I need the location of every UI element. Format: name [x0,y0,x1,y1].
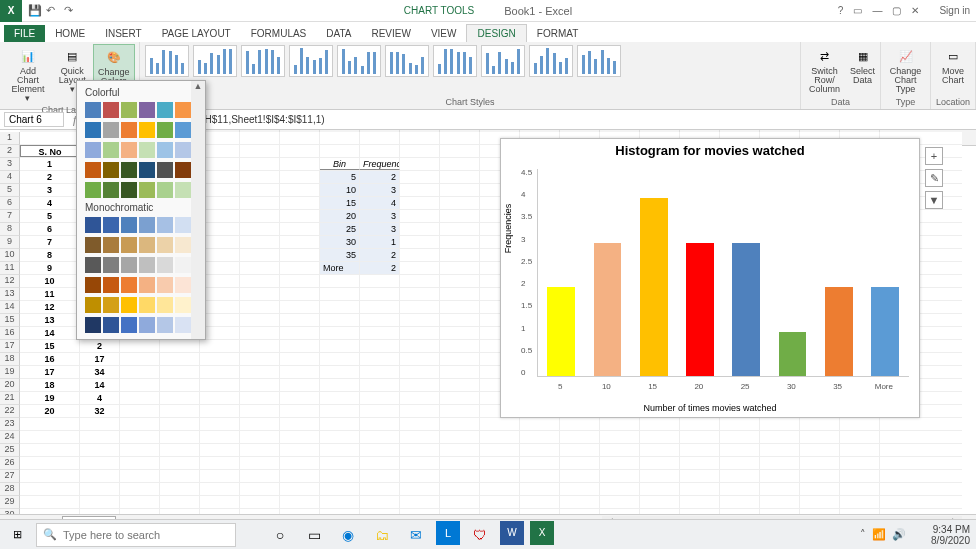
cell[interactable] [240,457,280,469]
cell[interactable] [360,444,400,456]
cell[interactable] [520,470,560,482]
cell[interactable]: 4 [360,197,400,209]
cell[interactable] [440,288,480,300]
cell[interactable] [320,457,360,469]
chart-bar[interactable] [640,198,668,376]
cell[interactable]: 6 [20,223,80,235]
cell[interactable] [240,483,280,495]
chart-style-thumb[interactable] [241,45,285,77]
cell[interactable] [400,392,440,404]
cell[interactable]: 32 [80,405,120,417]
cell[interactable] [200,496,240,508]
cell[interactable] [240,275,280,287]
color-swatch[interactable] [139,277,155,293]
cell[interactable] [280,262,320,274]
row-header[interactable]: 18 [0,353,20,366]
cell[interactable]: 19 [20,392,80,404]
cell[interactable] [320,353,360,365]
cell[interactable] [440,444,480,456]
cell[interactable] [440,327,480,339]
cell[interactable] [320,496,360,508]
color-swatch[interactable] [157,217,173,233]
cell[interactable]: Frequency [360,158,400,170]
redo-icon[interactable]: ↷ [64,4,78,18]
color-swatch[interactable] [103,237,119,253]
cell[interactable] [560,470,600,482]
color-swatch[interactable] [157,142,173,158]
name-box[interactable]: Chart 6 [4,112,64,127]
color-swatch[interactable] [103,297,119,313]
cell[interactable] [520,496,560,508]
cell[interactable] [240,197,280,209]
cell[interactable] [200,158,240,170]
cell[interactable] [840,496,880,508]
cell[interactable] [120,496,160,508]
cell[interactable] [320,132,360,144]
color-swatch[interactable] [121,237,137,253]
cell[interactable] [200,171,240,183]
cell[interactable] [760,457,800,469]
cell[interactable] [280,444,320,456]
cell[interactable] [280,496,320,508]
cell[interactable] [200,366,240,378]
cell[interactable] [280,275,320,287]
cell[interactable] [280,470,320,482]
cell[interactable] [280,483,320,495]
cell[interactable] [200,457,240,469]
cell[interactable] [160,379,200,391]
cell[interactable] [320,392,360,404]
cell[interactable] [240,158,280,170]
cell[interactable] [440,392,480,404]
cell[interactable] [20,444,80,456]
cell[interactable] [200,288,240,300]
cell[interactable] [400,405,440,417]
cell[interactable] [800,431,840,443]
cell[interactable] [200,340,240,352]
row-header[interactable]: 20 [0,379,20,392]
color-swatch[interactable] [175,142,191,158]
cell[interactable] [560,457,600,469]
cell[interactable]: 2 [360,249,400,261]
row-header[interactable]: 29 [0,496,20,509]
row-header[interactable]: 8 [0,223,20,236]
cell[interactable] [200,132,240,144]
color-swatch[interactable] [157,122,173,138]
color-swatch[interactable] [139,317,155,333]
cell[interactable] [840,431,880,443]
cell[interactable] [360,405,400,417]
cell[interactable] [440,483,480,495]
cell[interactable] [400,171,440,183]
cell[interactable] [400,132,440,144]
cell[interactable] [200,145,240,157]
color-swatch[interactable] [85,142,101,158]
cell[interactable] [120,483,160,495]
row-header[interactable]: 14 [0,301,20,314]
ribbon-options-icon[interactable]: ▭ [853,5,862,16]
cell[interactable] [360,340,400,352]
cell[interactable] [360,288,400,300]
cell[interactable] [640,444,680,456]
cell[interactable] [360,275,400,287]
cell[interactable]: 35 [320,249,360,261]
cell[interactable]: 2 [360,262,400,274]
chart-styles-gallery[interactable] [144,44,796,78]
cell[interactable] [280,145,320,157]
cell[interactable] [400,275,440,287]
cell[interactable] [240,223,280,235]
row-header[interactable]: 27 [0,470,20,483]
cell[interactable] [160,418,200,430]
color-swatch[interactable] [175,122,191,138]
cell[interactable] [400,197,440,209]
cell[interactable]: 30 [320,236,360,248]
close-icon[interactable]: ✕ [911,5,919,16]
cell[interactable]: 13 [20,314,80,326]
cell[interactable] [240,340,280,352]
cell[interactable]: 2 [80,340,120,352]
chart-bar[interactable] [547,287,575,376]
cell[interactable] [720,496,760,508]
color-swatch[interactable] [157,102,173,118]
tab-page-layout[interactable]: PAGE LAYOUT [152,25,241,42]
cell[interactable] [20,431,80,443]
row-header[interactable]: 19 [0,366,20,379]
color-swatch[interactable] [85,317,101,333]
